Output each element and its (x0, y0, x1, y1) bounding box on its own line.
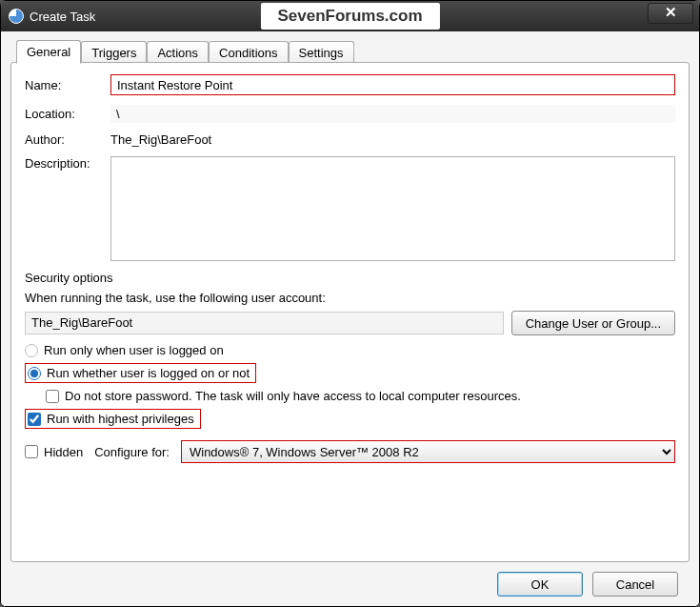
tab-conditions[interactable]: Conditions (209, 41, 288, 64)
highest-priv-label: Run with highest privileges (47, 412, 194, 426)
radio-logged-on-row[interactable]: Run only when user is logged on (25, 343, 675, 357)
author-label: Author: (25, 132, 110, 147)
do-not-store-pw-label: Do not store password. The task will onl… (65, 389, 521, 403)
account-display: The_Rig\BareFoot (25, 312, 504, 334)
hidden-label: Hidden (44, 445, 83, 459)
radio-logged-on-label: Run only when user is logged on (44, 343, 224, 357)
hidden-checkbox[interactable] (25, 445, 38, 458)
do-not-store-pw-row[interactable]: Do not store password. The task will onl… (46, 389, 675, 403)
author-value: The_Rig\BareFoot (110, 132, 675, 147)
run-as-text: When running the task, use the following… (25, 291, 675, 305)
tabpanel-general: Name: Location: \ Author: The_Rig\BareFo… (10, 62, 690, 562)
configure-for-label: Configure for: (94, 445, 170, 459)
cancel-button[interactable]: Cancel (592, 572, 678, 597)
tab-actions[interactable]: Actions (147, 41, 209, 64)
hidden-row[interactable]: Hidden (25, 445, 83, 459)
radio-logged-on[interactable] (25, 344, 38, 357)
tab-triggers[interactable]: Triggers (81, 41, 147, 64)
tab-general[interactable]: General (16, 40, 81, 64)
do-not-store-pw-checkbox[interactable] (46, 390, 59, 403)
location-value: \ (110, 105, 675, 123)
footer: OK Cancel (10, 562, 690, 597)
titlebar: Create Task SevenForums.com ✕ (1, 1, 699, 31)
change-user-button[interactable]: Change User or Group... (511, 311, 675, 335)
description-input[interactable] (110, 156, 675, 261)
highest-priv-checkbox[interactable] (28, 413, 41, 426)
configure-for-select[interactable]: Windows® 7, Windows Server™ 2008 R2 (181, 440, 675, 463)
tabstrip: General Triggers Actions Conditions Sett… (16, 39, 690, 63)
name-input[interactable] (110, 74, 675, 95)
radio-logged-or-not-label: Run whether user is logged on or not (47, 366, 250, 380)
window-title: Create Task (30, 10, 95, 24)
description-label: Description: (25, 156, 110, 171)
highest-priv-row[interactable]: Run with highest privileges (25, 409, 201, 429)
close-button[interactable]: ✕ (648, 3, 693, 24)
clock-icon (9, 9, 24, 24)
client-area: General Triggers Actions Conditions Sett… (1, 31, 699, 606)
create-task-window: Create Task SevenForums.com ✕ General Tr… (0, 0, 700, 607)
tab-settings[interactable]: Settings (289, 41, 354, 64)
name-label: Name: (25, 78, 110, 92)
watermark: SevenForums.com (260, 3, 439, 30)
location-label: Location: (25, 107, 110, 121)
radio-logged-or-not-row[interactable]: Run whether user is logged on or not (25, 363, 256, 383)
ok-button[interactable]: OK (497, 572, 583, 597)
security-title: Security options (25, 271, 675, 285)
security-options: Security options When running the task, … (25, 271, 675, 429)
bottom-row: Hidden Configure for: Windows® 7, Window… (25, 440, 675, 463)
radio-logged-or-not[interactable] (28, 367, 41, 380)
